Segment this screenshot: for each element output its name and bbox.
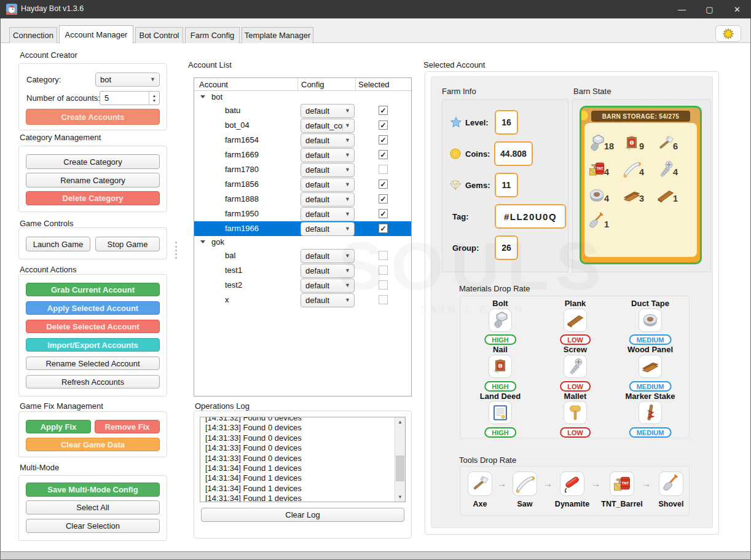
config-select[interactable]: default_copy▼ <box>301 119 355 133</box>
category-select[interactable]: bot ▼ <box>95 73 160 87</box>
account-row[interactable]: batu default▼ ✓ <box>194 103 411 118</box>
config-select[interactable]: default▼ <box>301 222 355 236</box>
remove-fix-button[interactable]: Remove Fix <box>95 420 160 433</box>
selected-checkbox[interactable]: ✓ <box>379 106 388 115</box>
scroll-up-icon[interactable]: ▲ <box>395 417 405 427</box>
config-select[interactable]: default▼ <box>301 163 355 177</box>
delete-selected-account-button[interactable]: Delete Selected Account <box>26 320 160 333</box>
account-row[interactable]: farm1856 default▼ ✓ <box>194 177 411 192</box>
tab-farm-config[interactable]: Farm Config <box>185 27 240 43</box>
maximize-button[interactable]: ▢ <box>696 0 723 18</box>
delete-category-button[interactable]: Delete Category <box>26 191 160 205</box>
selected-checkbox[interactable]: ✓ <box>379 209 388 218</box>
config-select[interactable]: default▼ <box>301 264 355 278</box>
duct-tape-icon <box>588 186 606 205</box>
clear-game-data-button[interactable]: Clear Game Data <box>26 438 160 451</box>
stepper-arrows-icon[interactable]: ▲▼ <box>149 92 159 105</box>
tree-expander-icon[interactable] <box>200 240 205 243</box>
log-scrollbar[interactable]: ▲ ▼ <box>395 417 405 502</box>
account-row[interactable]: farm1950 default▼ ✓ <box>194 207 411 221</box>
close-button[interactable]: ✕ <box>723 0 751 18</box>
tab-template-manager[interactable]: Template Manager <box>242 27 313 43</box>
column-header-config[interactable]: Config <box>298 78 356 90</box>
account-row[interactable]: x default▼ <box>194 293 411 307</box>
stop-game-button[interactable]: Stop Game <box>95 237 160 251</box>
refresh-accounts-button[interactable]: Refresh Accounts <box>26 375 160 388</box>
accounts-count-label: Number of accounts: <box>26 93 100 103</box>
rename-selected-account-button[interactable]: Rename Selected Account <box>26 357 160 370</box>
selected-checkbox[interactable]: ✓ <box>379 224 388 233</box>
tools-drop-rate-title: Tools Drop Rate <box>459 455 516 465</box>
tab-connection[interactable]: Connection <box>9 27 57 43</box>
selected-checkbox[interactable]: ✓ <box>379 150 388 159</box>
account-row[interactable]: farm1780 default▼ <box>194 162 411 177</box>
account-row[interactable]: bal default▼ <box>194 248 411 263</box>
minimize-button[interactable]: — <box>668 0 696 18</box>
selected-checkbox[interactable] <box>379 165 388 174</box>
tag-label: Tag: <box>452 212 468 221</box>
gem-icon <box>449 179 462 191</box>
apply-selected-account-button[interactable]: Apply Selected Account <box>26 301 160 315</box>
config-select[interactable]: default▼ <box>301 178 355 192</box>
column-header-selected[interactable]: Selected <box>356 78 411 90</box>
operations-log-view[interactable]: [14:31:32] Found 0 devices [14:31:33] Fo… <box>200 417 406 502</box>
group-row-bot[interactable]: bot <box>194 91 411 103</box>
tab-bot-control[interactable]: Bot Control <box>135 27 183 43</box>
rename-category-button[interactable]: Rename Category <box>26 173 160 187</box>
category-label: Category: <box>26 75 61 84</box>
scroll-down-icon[interactable]: ▼ <box>395 492 405 502</box>
account-row-selected[interactable]: farm1966 default▼ ✓ <box>194 221 411 236</box>
clear-selection-button[interactable]: Clear Selection <box>26 519 160 533</box>
barn-item: 6 <box>656 134 691 155</box>
config-select[interactable]: default▼ <box>301 293 355 307</box>
coins-label: Coins: <box>465 149 490 159</box>
config-select[interactable]: default▼ <box>301 192 355 207</box>
selected-checkbox[interactable] <box>379 295 388 304</box>
column-header-account[interactable]: Account <box>194 78 298 90</box>
group-label: Group: <box>452 243 479 253</box>
apply-fix-button[interactable]: Apply Fix <box>26 420 91 433</box>
tree-expander-icon[interactable] <box>200 95 205 98</box>
account-list-table: Account Config Selected bot batu default… <box>194 77 412 396</box>
account-row[interactable]: bot_04 default_copy▼ ✓ <box>194 118 411 133</box>
selected-checkbox[interactable]: ✓ <box>379 179 388 189</box>
save-multi-mode-button[interactable]: Save Multi-Mode Config <box>26 483 160 497</box>
account-row[interactable]: farm1669 default▼ ✓ <box>194 148 411 162</box>
config-select[interactable]: default▼ <box>301 104 355 118</box>
material-name: Wood Panel <box>613 345 687 354</box>
mallet-icon <box>566 403 584 422</box>
tab-account-manager[interactable]: Account Manager <box>59 25 133 44</box>
config-select[interactable]: default▼ <box>301 207 355 221</box>
selected-checkbox[interactable]: ✓ <box>379 194 388 203</box>
launch-game-button[interactable]: Launch Game <box>26 237 90 251</box>
material-name: Bolt <box>463 299 537 308</box>
select-all-button[interactable]: Select All <box>26 500 160 515</box>
config-select[interactable]: default▼ <box>301 278 355 293</box>
grab-current-account-button[interactable]: Grab Current Account <box>26 283 160 296</box>
clear-log-button[interactable]: Clear Log <box>201 508 404 522</box>
screw-icon <box>656 160 675 178</box>
selected-checkbox[interactable] <box>379 266 388 275</box>
accounts-count-stepper[interactable]: 5 ▲▼ <box>100 91 160 105</box>
selected-checkbox[interactable]: ✓ <box>379 135 388 144</box>
splitter-grip[interactable] <box>175 242 177 259</box>
import-export-accounts-button[interactable]: Import/Export Accounts <box>26 338 160 352</box>
scrollbar-thumb[interactable] <box>396 455 404 481</box>
account-row[interactable]: test1 default▼ <box>194 263 411 278</box>
theme-toggle-button[interactable] <box>715 25 741 42</box>
selected-checkbox[interactable] <box>379 280 388 290</box>
material-icon-box <box>489 401 512 424</box>
account-row[interactable]: farm1654 default▼ ✓ <box>194 133 411 148</box>
app-icon <box>6 4 17 15</box>
level-label: Level: <box>465 118 489 127</box>
config-select[interactable]: default▼ <box>301 148 355 162</box>
create-accounts-button[interactable]: Create Accounts <box>26 109 160 125</box>
selected-checkbox[interactable]: ✓ <box>379 120 388 130</box>
config-select[interactable]: default▼ <box>301 133 355 148</box>
selected-checkbox[interactable] <box>379 251 388 260</box>
account-row[interactable]: test2 default▼ <box>194 278 411 293</box>
account-row[interactable]: farm1888 default▼ ✓ <box>194 192 411 207</box>
create-category-button[interactable]: Create Category <box>26 154 160 169</box>
config-select[interactable]: default▼ <box>301 249 355 263</box>
group-row-gok[interactable]: gok <box>194 236 411 248</box>
